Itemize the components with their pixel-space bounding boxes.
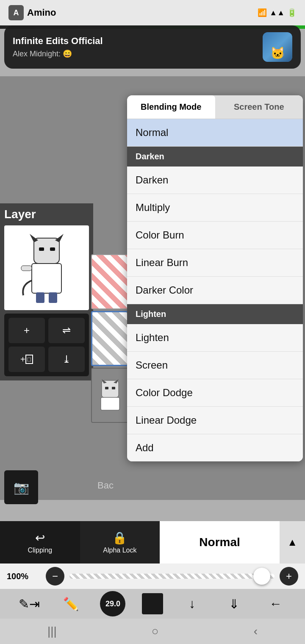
clipping-button[interactable]: ↩ Clipping — [0, 521, 80, 564]
app-name: Amino — [27, 7, 56, 18]
layer-thumbnail — [4, 225, 89, 310]
blend-item-darker-color[interactable]: Darker Color — [127, 277, 303, 304]
svg-rect-8 — [21, 266, 32, 271]
nav-home-button[interactable]: ○ — [152, 625, 159, 638]
clipping-icon: ↩ — [35, 531, 45, 545]
svg-rect-5 — [32, 264, 61, 293]
brush-size-value: 29.0 — [105, 600, 120, 608]
layer-panel-title: Layer — [4, 208, 89, 221]
add-layer-button[interactable]: + — [8, 318, 45, 343]
blend-tabs: Blending Mode Screen Tone — [127, 95, 303, 119]
blend-section-lighten: Lighten — [127, 304, 303, 324]
nav-menu-button[interactable]: ||| — [47, 625, 57, 638]
layer3-svg — [97, 378, 123, 412]
brush-size-selector[interactable]: 29.0 — [100, 591, 125, 616]
avatar-image — [263, 32, 292, 62]
layer-item-1[interactable] — [91, 254, 129, 309]
notification-title: Infinite Edits Official — [13, 36, 103, 47]
svg-rect-13 — [112, 387, 115, 389]
signal-icon: 📶 — [258, 8, 267, 17]
svg-rect-6 — [36, 292, 44, 303]
color-swatch[interactable] — [142, 593, 163, 614]
clipping-label: Clipping — [28, 547, 52, 554]
opacity-bar: 100% − + — [0, 564, 305, 589]
layer-item-3[interactable] — [91, 368, 129, 423]
alpha-lock-label: Alpha Lock — [103, 547, 136, 554]
blend-item-color-burn[interactable]: Color Burn — [127, 222, 303, 249]
bottom-toolbar: ↩ Clipping 🔒 Alpha Lock Normal ▲ — [0, 521, 305, 564]
notification-content: Infinite Edits Official Alex Midnight: 😄 — [13, 36, 103, 58]
svg-rect-7 — [49, 292, 57, 303]
current-blend-mode-label: Normal — [199, 536, 240, 549]
opacity-decrease-button[interactable]: − — [46, 567, 64, 586]
opacity-handle[interactable] — [253, 568, 270, 585]
back-label: Bac — [97, 480, 114, 491]
navigation-bar: ||| ○ ‹ — [0, 619, 305, 644]
layer-item-2[interactable] — [91, 311, 129, 366]
amino-icon: A — [8, 5, 24, 20]
blend-item-normal[interactable]: Normal — [127, 119, 303, 147]
blend-item-darken[interactable]: Darken — [127, 167, 303, 194]
battery-icon: 🔋 — [287, 8, 297, 17]
pen-tool[interactable]: ✏️ — [58, 591, 84, 616]
blend-item-linear-burn[interactable]: Linear Burn — [127, 249, 303, 277]
blend-item-color-dodge[interactable]: Color Dodge — [127, 379, 303, 407]
wifi-icon: ▲▲ — [269, 8, 285, 17]
tab-screen-tone[interactable]: Screen Tone — [215, 95, 303, 119]
character-svg — [13, 230, 80, 306]
notification-avatar — [263, 32, 292, 62]
blend-item-lighten[interactable]: Lighten — [127, 324, 303, 352]
tab-blending-mode[interactable]: Blending Mode — [127, 95, 215, 119]
current-blend-mode-display[interactable]: Normal — [160, 521, 280, 564]
merge-layer-button[interactable]: ⤓ — [48, 347, 85, 372]
svg-rect-0 — [34, 238, 59, 264]
svg-rect-12 — [105, 387, 108, 389]
svg-rect-14 — [101, 397, 119, 410]
blend-item-linear-dodge[interactable]: Linear Dodge — [127, 407, 303, 434]
move-down-more-button[interactable]: ⇓ — [221, 591, 247, 616]
nav-back-button[interactable]: ‹ — [254, 625, 258, 638]
drawing-toolbar: ✎⇥ ✏️ 29.0 ↓ ⇓ ← — [0, 589, 305, 619]
blend-section-darken: Darken — [127, 147, 303, 167]
blend-mode-dropdown[interactable]: Blending Mode Screen Tone Normal Darken … — [127, 95, 303, 461]
alpha-lock-button[interactable]: 🔒 Alpha Lock — [80, 521, 160, 564]
back-button[interactable]: ← — [263, 591, 288, 616]
svg-rect-3 — [39, 247, 44, 251]
opacity-value: 100% — [7, 572, 41, 581]
notification-banner[interactable]: Infinite Edits Official Alex Midnight: 😄 — [4, 25, 301, 69]
layer-panel: Layer + ⇌ + □ ⤓ — [0, 203, 93, 380]
opacity-slider[interactable] — [69, 574, 274, 579]
blend-item-screen[interactable]: Screen — [127, 352, 303, 379]
blend-mode-arrow-button[interactable]: ▲ — [280, 521, 305, 564]
selection-tool[interactable]: ✎⇥ — [17, 591, 42, 616]
flip-layer-button[interactable]: ⇌ — [48, 318, 85, 343]
status-bar-left: A Amino — [8, 5, 56, 20]
arrow-up-icon: ▲ — [287, 536, 297, 548]
opacity-increase-button[interactable]: + — [280, 567, 298, 586]
notification-subtitle: Alex Midnight: 😄 — [13, 49, 103, 58]
camera-button[interactable]: 📷 — [4, 470, 38, 504]
move-down-button[interactable]: ↓ — [180, 591, 205, 616]
layer-tools: + ⇌ + □ ⤓ — [4, 314, 89, 376]
svg-rect-4 — [50, 247, 55, 251]
blend-mode-list: Normal Darken Darken Multiply Color Burn… — [127, 119, 303, 461]
blend-item-multiply[interactable]: Multiply — [127, 194, 303, 222]
status-bar: A Amino 📶 ▲▲ 🔋 — [0, 0, 305, 25]
add-layer-copy-button[interactable]: + □ — [8, 347, 45, 372]
blend-item-add[interactable]: Add — [127, 434, 303, 461]
alpha-lock-icon: 🔒 — [112, 531, 127, 545]
status-bar-right: 📶 ▲▲ 🔋 — [258, 8, 297, 17]
